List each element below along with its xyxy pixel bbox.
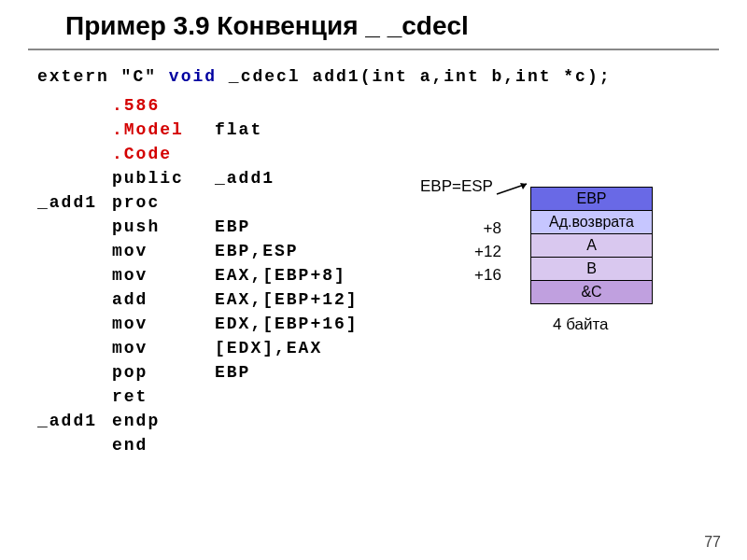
- stack-row-a: A: [531, 234, 653, 258]
- label-four-bytes: 4 байта: [553, 315, 609, 334]
- slide-title: Пример 3.9 Конвенция _ _cdecl: [65, 11, 682, 41]
- label-ebp-esp: EBP=ESP: [420, 177, 493, 196]
- code-line: end: [37, 433, 747, 457]
- stack-row-return: Ад.возврата: [531, 211, 653, 234]
- code-opcode: push: [112, 215, 215, 239]
- code-line: _add1endp: [37, 409, 747, 433]
- stack-diagram: EBP=ESP +8 +12 +16 EBP Ад.возврата A B &…: [430, 177, 728, 383]
- code-line: .586: [37, 93, 747, 118]
- code-opcode: pop: [112, 360, 215, 385]
- decl-part2: _cdecl add1(int a,int b,int *c);: [217, 67, 611, 86]
- c-declaration: extern "C" void _cdecl add1(int a,int b,…: [0, 50, 747, 93]
- code-opcode: .Model: [112, 118, 215, 142]
- offset-16: +16: [474, 263, 501, 287]
- code-opcode: .Code: [112, 142, 215, 166]
- code-opcode: public: [112, 166, 215, 190]
- code-opcode: endp: [112, 409, 215, 433]
- pointer-arrow-icon: [495, 181, 532, 196]
- offset-12: +12: [474, 240, 501, 263]
- code-opcode: add: [112, 287, 215, 312]
- code-arg: EBP: [215, 215, 250, 239]
- stack-offsets: +8 +12 +16: [474, 217, 501, 287]
- offset-8: +8: [474, 217, 501, 240]
- code-arg: EAX,[EBP+12]: [215, 287, 359, 312]
- decl-part1: extern "C": [37, 67, 169, 86]
- code-arg: EAX,[EBP+8]: [215, 263, 346, 287]
- code-opcode: mov: [112, 239, 215, 263]
- stack-table: EBP Ад.возврата A B &C: [530, 187, 653, 304]
- stack-row-b: B: [531, 258, 653, 281]
- code-line: .Code: [37, 142, 747, 166]
- stack-row-c: &C: [531, 281, 653, 304]
- title-bar: Пример 3.9 Конвенция _ _cdecl: [28, 0, 719, 50]
- code-opcode: .586: [112, 93, 215, 118]
- code-opcode: mov: [112, 312, 215, 336]
- decl-keyword: void: [169, 67, 217, 86]
- page-number: 77: [704, 534, 721, 551]
- stack-row-ebp: EBP: [531, 188, 653, 211]
- code-arg: EBP,ESP: [215, 239, 299, 263]
- code-line: ret: [37, 385, 747, 409]
- code-arg: EDX,[EBP+16]: [215, 312, 359, 336]
- code-line: .Modelflat: [37, 118, 747, 142]
- code-opcode: mov: [112, 263, 215, 287]
- code-arg: flat: [215, 118, 262, 142]
- code-opcode: mov: [112, 336, 215, 360]
- code-opcode: ret: [112, 385, 215, 409]
- code-arg: EBP: [215, 360, 250, 385]
- code-label: _add1: [37, 190, 112, 215]
- code-opcode: end: [112, 433, 215, 457]
- code-opcode: proc: [112, 190, 215, 215]
- code-arg: _add1: [215, 166, 275, 190]
- code-arg: [EDX],EAX: [215, 336, 322, 360]
- code-label: _add1: [37, 409, 112, 433]
